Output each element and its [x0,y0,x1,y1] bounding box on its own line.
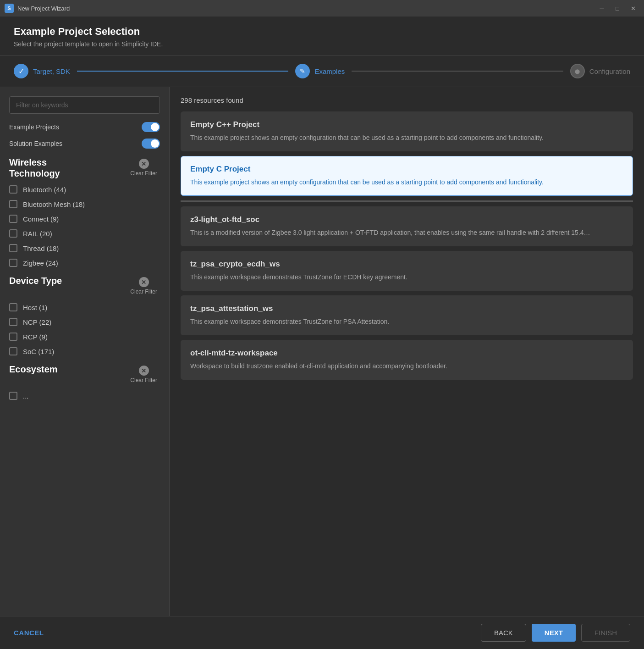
bluetooth-label: Bluetooth (44) [23,186,66,194]
footer: CANCEL BACK NEXT FINISH [0,616,644,649]
window-title: New Project Wizard [17,5,592,12]
wireless-clear-filter-button[interactable]: ✕ Clear Filter [127,157,160,178]
project-card-empty-cpp[interactable]: Empty C++ Project This example project s… [181,111,633,151]
filter-bluetooth[interactable]: Bluetooth (44) [9,185,160,194]
wizard-steps: ✓ Target, SDK ✎ Examples ⬤ Configuration [0,55,644,87]
rcp-checkbox[interactable] [9,333,17,341]
bluetooth-mesh-label: Bluetooth Mesh (18) [23,200,85,208]
device-type-header: Device Type ✕ Clear Filter [9,275,160,297]
bluetooth-mesh-checkbox[interactable] [9,200,17,208]
card-title-ot-cli-mtd: ot-cli-mtd-tz-workspace [190,349,623,358]
keyword-filter-input[interactable] [9,96,160,114]
soc-checkbox[interactable] [9,347,17,355]
page-subtitle: Select the project template to open in S… [14,40,630,48]
card-title-empty-c: Empty C Project [190,165,623,174]
filter-thread[interactable]: Thread (18) [9,244,160,252]
zigbee-label: Zigbee (24) [23,259,58,267]
project-card-tz-psa-crypto[interactable]: tz_psa_crypto_ecdh_ws This example works… [181,251,633,291]
right-panel: 298 resources found Empty C++ Project Th… [170,87,644,616]
filter-connect[interactable]: Connect (9) [9,215,160,223]
card-desc-empty-c: This example project shows an empty conf… [190,178,623,187]
device-type-clear-filter-label: Clear Filter [130,288,157,295]
step-label-examples: Examples [314,67,345,75]
device-type-section: Device Type ✕ Clear Filter Host (1) NCP … [9,275,160,355]
app-icon: S [5,4,14,13]
step-configuration: ⬤ Configuration [570,64,630,78]
solution-examples-label: Solution Examples [9,140,62,147]
ecosystem-title: Ecosystem [9,364,58,375]
filter-bluetooth-mesh[interactable]: Bluetooth Mesh (18) [9,200,160,208]
card-desc-z3-light: This is a modified version of Zigbee 3.0… [190,228,623,238]
solution-examples-toggle[interactable] [142,139,160,149]
step-connector-2 [352,71,563,72]
project-card-empty-c[interactable]: Empty C Project This example project sho… [181,156,633,196]
step-connector-1 [77,71,289,72]
back-button[interactable]: BACK [481,624,526,642]
host-label: Host (1) [23,304,47,311]
step-circle-configuration: ⬤ [570,64,585,78]
device-type-clear-filter-button[interactable]: ✕ Clear Filter [127,275,160,297]
ncp-label: NCP (22) [23,318,51,326]
ncp-checkbox[interactable] [9,318,17,326]
device-type-clear-filter-icon: ✕ [139,277,149,287]
card-title-z3-light: z3-light_ot-ftd_soc [190,215,623,224]
window-controls: ─ □ ✕ [595,3,639,13]
wireless-technology-header: WirelessTechnology ✕ Clear Filter [9,157,160,179]
ecosystem-clear-filter-label: Clear Filter [130,377,157,383]
footer-right: BACK NEXT FINISH [481,624,630,642]
left-panel: Example Projects Solution Examples Wirel… [0,87,170,616]
page-title: Example Project Selection [14,26,630,38]
filter-host[interactable]: Host (1) [9,303,160,311]
bluetooth-checkbox[interactable] [9,185,17,194]
wireless-technology-section: WirelessTechnology ✕ Clear Filter Blueto… [9,157,160,267]
ecosystem-header: Ecosystem ✕ Clear Filter [9,364,160,385]
minimize-button[interactable]: ─ [595,3,608,13]
card-desc-tz-psa-attestation: This example workspace demonstrates Trus… [190,317,623,327]
card-title-tz-psa-crypto: tz_psa_crypto_ecdh_ws [190,260,623,269]
card-desc-ot-cli-mtd: Workspace to build trustzone enabled ot-… [190,361,623,371]
filter-zigbee[interactable]: Zigbee (24) [9,259,160,267]
cancel-button[interactable]: CANCEL [14,629,44,637]
host-checkbox[interactable] [9,303,17,311]
main-content: Example Projects Solution Examples Wirel… [0,87,644,616]
ecosystem-clear-filter-button[interactable]: ✕ Clear Filter [127,364,160,385]
step-circle-examples: ✎ [295,64,310,78]
project-card-tz-psa-attestation[interactable]: tz_psa_attestation_ws This example works… [181,295,633,335]
card-desc-tz-psa-crypto: This example workspace demonstrates Trus… [190,272,623,282]
header: Example Project Selection Select the pro… [0,17,644,55]
close-button[interactable]: ✕ [627,3,639,13]
next-button[interactable]: NEXT [532,624,576,642]
connect-checkbox[interactable] [9,215,17,223]
device-type-title: Device Type [9,275,62,286]
wireless-clear-filter-icon: ✕ [139,159,149,169]
step-label-target-sdk: Target, SDK [33,67,70,75]
step-circle-target-sdk: ✓ [14,64,28,78]
step-examples: ✎ Examples [295,64,345,78]
connect-label: Connect (9) [23,215,59,223]
wireless-technology-title: WirelessTechnology [9,157,60,179]
soc-label: SoC (171) [23,348,54,355]
filter-rail[interactable]: RAIL (20) [9,229,160,238]
thread-checkbox[interactable] [9,244,17,252]
filter-ncp[interactable]: NCP (22) [9,318,160,326]
project-card-z3-light[interactable]: z3-light_ot-ftd_soc This is a modified v… [181,206,633,246]
filter-ecosystem-item[interactable]: ... [9,392,160,400]
finish-button: FINISH [581,624,630,642]
filter-rcp[interactable]: RCP (9) [9,333,160,341]
rail-checkbox[interactable] [9,229,17,238]
wireless-clear-filter-label: Clear Filter [130,170,157,177]
ecosystem-label: ... [23,392,29,400]
ecosystem-section: Ecosystem ✕ Clear Filter ... [9,364,160,400]
card-desc-empty-cpp: This example project shows an empty conf… [190,133,623,143]
filter-soc[interactable]: SoC (171) [9,347,160,355]
ecosystem-checkbox[interactable] [9,392,17,400]
step-target-sdk: ✓ Target, SDK [14,64,70,78]
zigbee-checkbox[interactable] [9,259,17,267]
example-projects-toggle[interactable] [142,122,160,132]
card-title-tz-psa-attestation: tz_psa_attestation_ws [190,304,623,313]
results-count: 298 resources found [181,96,633,104]
ecosystem-clear-filter-icon: ✕ [139,366,149,376]
project-card-ot-cli-mtd[interactable]: ot-cli-mtd-tz-workspace Workspace to bui… [181,340,633,380]
restore-button[interactable]: □ [611,3,624,13]
titlebar: S New Project Wizard ─ □ ✕ [0,0,644,17]
